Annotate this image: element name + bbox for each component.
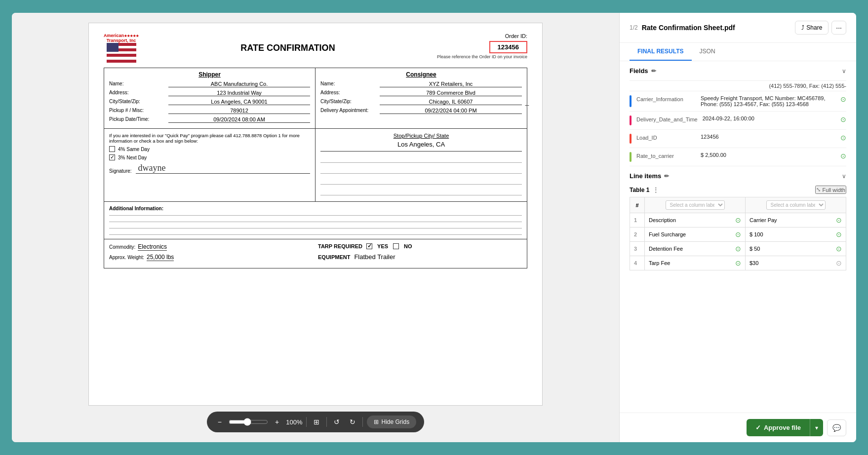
commodity-value: Electronics <box>138 243 167 251</box>
row-num-4: 4 <box>630 256 645 270</box>
fields-chevron-icon: ∨ <box>842 68 846 75</box>
next-day-row: 3% Next Day <box>109 154 310 160</box>
approve-dropdown-button[interactable]: ▾ <box>810 419 823 436</box>
undo-button[interactable]: ↺ <box>331 416 343 428</box>
order-id-value: 123456 <box>489 41 527 53</box>
row2-col2: $ 100 ⊙ <box>746 228 846 242</box>
field-item-carrier: Carrier_Information Speedy Freight Trans… <box>630 91 846 112</box>
shipper-pickup-label: Pickup # / Misc: <box>109 108 168 114</box>
rate-value: $ 2,500.00 <box>701 152 835 158</box>
more-button[interactable]: ··· <box>831 21 846 35</box>
redo-button[interactable]: ↻ <box>347 416 358 428</box>
consignee-name-value: XYZ Retailers, Inc <box>380 81 522 87</box>
same-day-row: 4% Same Day <box>109 146 310 152</box>
shipper-datetime-label: Pickup Date/Time: <box>109 116 168 123</box>
fields-section[interactable]: Fields ✏ ∨ (412) 555-7890, Fax: (412) 55… <box>620 61 856 413</box>
table-header-row: Table 1 ⋮ ⤡ Full width <box>630 186 846 194</box>
line-items-edit-icon[interactable]: ✏ <box>664 173 669 180</box>
row1-col1: Description ⊙ <box>645 213 746 228</box>
load-value: 123456 <box>701 134 835 140</box>
consignee-city-value: Chicago, IL 60607 <box>380 99 522 105</box>
shipper-address-label: Address: <box>109 90 168 96</box>
hide-grids-label: Hide Grids <box>381 418 409 425</box>
table-row: 4 Tarp Fee ⊙ $30 ⊙ <box>630 256 846 270</box>
equipment-label: EQUIPMENT <box>318 254 350 260</box>
delivery-key: Delivery_Date_and_Time <box>636 115 698 122</box>
rate-check-icon: ⊙ <box>840 152 846 160</box>
weight-label: Approx. Weight: <box>109 255 144 260</box>
carrier-color-bar <box>630 95 631 107</box>
load-check-icon: ⊙ <box>840 134 846 142</box>
toolbar-divider-1 <box>306 417 307 427</box>
consignee-column: Consignee Name: XYZ Retailers, Inc Addre… <box>316 68 527 128</box>
company-flag-icon <box>107 43 136 63</box>
line-items-table: # Select a column label Select a column … <box>630 197 846 270</box>
toolbar-divider-2 <box>326 417 327 427</box>
carrier-key: Carrier_Information <box>636 95 696 102</box>
fields-label: Fields ✏ <box>630 67 656 75</box>
col2-header[interactable]: Select a column label <box>746 197 846 213</box>
additional-info: Additional Information: <box>104 202 527 239</box>
row1-col2-check: ⊙ <box>836 216 842 224</box>
col1-header[interactable]: Select a column label <box>645 197 746 213</box>
tab-final-results[interactable]: FINAL RESULTS <box>630 43 692 61</box>
tab-json[interactable]: JSON <box>692 43 723 61</box>
consignee-address-value: 789 Commerce Blvd <box>380 90 522 96</box>
header-actions: ⤴ Share ··· <box>795 21 846 35</box>
consignee-delivery-label: Delivery Appointment: <box>320 108 380 114</box>
commodity-left: Commodity: Electronics Approx. Weight: 2… <box>109 243 313 264</box>
zoom-in-button[interactable]: + <box>272 416 282 428</box>
row2-col1: Fuel Surcharge ⊙ <box>645 228 746 242</box>
row3-col2-check: ⊙ <box>836 245 842 253</box>
tarp-no-checkbox[interactable] <box>393 243 399 249</box>
hide-grids-button[interactable]: ⊞ Hide Grids <box>367 416 416 428</box>
right-panel: 1/2 Rate Confirmation Sheet.pdf ⤴ Share … <box>619 13 856 442</box>
line-items-header: Line items ✏ ∨ <box>630 166 846 186</box>
approve-file-button[interactable]: ✓ Approve file <box>747 419 810 436</box>
col2-select[interactable]: Select a column label <box>766 200 826 210</box>
tarp-yes-label: YES <box>377 243 388 249</box>
quick-pay-left: If you are interested in our "Quick Pay"… <box>104 129 316 201</box>
order-id-note: Please reference the Order ID on your in… <box>437 54 527 59</box>
rate-color-bar <box>630 152 631 162</box>
row-num-2: 2 <box>630 228 645 242</box>
zoom-out-button[interactable]: − <box>215 416 225 428</box>
chat-button[interactable]: 💬 <box>827 419 846 436</box>
col1-select[interactable]: Select a column label <box>666 200 725 210</box>
shipper-address-value: 123 Industrial Way <box>168 90 310 96</box>
page-count: 1/2 <box>630 24 638 31</box>
tabs-row: FINAL RESULTS JSON <box>620 43 856 61</box>
signature-value: dwayne <box>136 163 310 174</box>
share-button[interactable]: ⤴ Share <box>795 21 829 35</box>
row2-col2-check: ⊙ <box>836 230 842 238</box>
next-day-checkbox[interactable] <box>109 154 115 160</box>
table-row: 1 Description ⊙ Carrier Pay ⊙ <box>630 213 846 228</box>
consignee-delivery-value: 09/22/2024 04:00 PM <box>380 108 522 114</box>
consignee-city-label: City/State/Zip: <box>320 99 380 105</box>
toolbar-divider-3 <box>362 417 363 427</box>
zoom-slider[interactable] <box>229 418 268 426</box>
page-view-button[interactable]: ⊞ <box>311 416 322 428</box>
field-item-rate: Rate_to_carrier $ 2,500.00 ⊙ <box>630 148 846 166</box>
field-item-delivery: Delivery_Date_and_Time 2024-09-22, 16:00… <box>630 112 846 130</box>
approve-label: Approve file <box>764 424 801 431</box>
carrier-check-icon: ⊙ <box>840 95 846 103</box>
fields-edit-icon[interactable]: ✏ <box>651 68 656 75</box>
share-label: Share <box>806 24 822 31</box>
table-row: 3 Detention Fee ⊙ $ 50 ⊙ <box>630 242 846 256</box>
stop-city-value: Los Angeles, CA <box>320 141 522 148</box>
same-day-checkbox[interactable] <box>109 146 115 152</box>
tarp-yes-checkbox[interactable] <box>366 243 372 249</box>
delivery-color-bar <box>630 115 631 125</box>
delivery-value: 2024-09-22, 16:00:00 <box>703 115 835 121</box>
table-options-icon[interactable]: ⋮ <box>652 186 659 194</box>
fields-toggle[interactable]: Fields ✏ ∨ <box>630 61 846 81</box>
share-icon: ⤴ <box>801 24 804 31</box>
next-day-label: 3% Next Day <box>118 155 147 160</box>
col-num-header: # <box>630 197 645 213</box>
pdf-document: American★★★★★ Transport, Inc RATE CONFIR… <box>88 23 543 406</box>
row4-col1: Tarp Fee ⊙ <box>645 256 746 270</box>
full-width-button[interactable]: ⤡ Full width <box>815 186 846 194</box>
right-header: 1/2 Rate Confirmation Sheet.pdf ⤴ Share … <box>620 13 856 43</box>
carrier-value: Speedy Freight Transport, MC Number: MC4… <box>701 95 835 107</box>
